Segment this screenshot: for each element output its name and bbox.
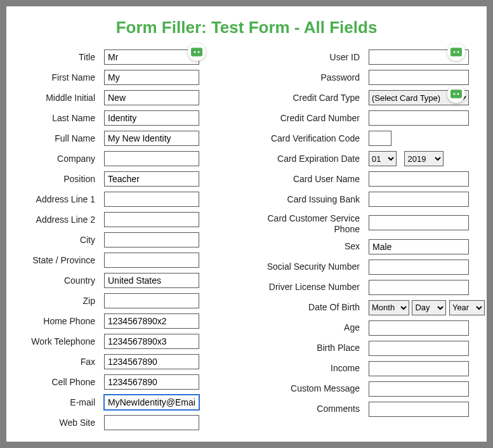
website-label: Web Site (24, 418, 104, 428)
roboform-badge-icon[interactable] (447, 43, 465, 61)
card-exp-label: Card Expiration Date (262, 154, 369, 164)
ssn-label: Social Security Number (262, 261, 369, 272)
dob-month-select[interactable]: Month (369, 300, 409, 315)
comments-input[interactable] (369, 402, 469, 417)
custom-input[interactable] (369, 381, 469, 397)
title-label: Title (24, 52, 104, 63)
middle-initial-input[interactable] (104, 90, 199, 105)
custom-label: Custom Message (262, 383, 369, 394)
card-type-label: Credit Card Type (262, 93, 369, 103)
income-input[interactable] (369, 361, 469, 376)
svg-point-5 (457, 51, 459, 53)
birth-place-input[interactable] (369, 341, 469, 356)
card-service-label: Card Customer Service Phone (262, 211, 369, 235)
last-name-input[interactable] (104, 110, 199, 126)
work-phone-label: Work Telephone (24, 336, 104, 347)
password-label: Password (262, 72, 369, 83)
card-exp-year-select[interactable]: 2019 (404, 151, 444, 166)
roboform-badge-icon[interactable] (447, 85, 465, 103)
company-input[interactable] (104, 151, 199, 166)
middle-initial-label: Middle Initial (24, 93, 104, 103)
page-title: Form Filler: Test Form - All Fields (24, 18, 469, 37)
card-bank-input[interactable] (369, 192, 469, 207)
right-column: User ID Password Credit Card Type (Selec… (262, 49, 469, 435)
left-column: Title First Name Middle Initial Last Nam… (24, 49, 224, 435)
ssn-input[interactable] (369, 260, 469, 275)
email-input[interactable] (104, 395, 199, 410)
address2-input[interactable] (104, 212, 199, 227)
card-number-input[interactable] (369, 110, 469, 126)
svg-rect-6 (450, 89, 462, 98)
sex-input[interactable] (369, 239, 469, 254)
age-input[interactable] (369, 320, 469, 336)
svg-rect-0 (191, 48, 202, 56)
cell-phone-input[interactable] (104, 374, 199, 390)
country-label: Country (24, 275, 104, 286)
card-number-label: Credit Card Number (262, 113, 369, 124)
address1-label: Address Line 1 (24, 194, 104, 205)
card-exp-month-select[interactable]: 01 (369, 151, 397, 166)
form-page: Form Filler: Test Form - All Fields Titl… (6, 6, 487, 442)
user-id-label: User ID (262, 52, 369, 63)
zip-label: Zip (24, 296, 104, 306)
card-user-input[interactable] (369, 171, 469, 187)
income-label: Income (262, 363, 369, 374)
work-phone-input[interactable] (104, 334, 199, 349)
cell-phone-label: Cell Phone (24, 377, 104, 388)
last-name-label: Last Name (24, 113, 104, 124)
city-input[interactable] (104, 232, 199, 247)
position-input[interactable] (104, 171, 199, 187)
full-name-label: Full Name (24, 133, 104, 144)
dln-label: Driver License Number (262, 282, 369, 293)
website-input[interactable] (104, 415, 199, 430)
email-label: E-mail (24, 397, 104, 408)
state-input[interactable] (104, 253, 199, 268)
address2-label: Address Line 2 (24, 214, 104, 225)
fax-input[interactable] (104, 354, 199, 369)
company-label: Company (24, 154, 104, 164)
fax-label: Fax (24, 357, 104, 367)
card-service-input[interactable] (369, 215, 469, 230)
roboform-badge-icon[interactable] (188, 43, 206, 61)
full-name-input[interactable] (104, 131, 199, 146)
zip-input[interactable] (104, 293, 199, 308)
home-phone-input[interactable] (104, 313, 199, 329)
age-label: Age (262, 322, 369, 333)
svg-point-4 (454, 51, 456, 53)
svg-point-7 (454, 93, 456, 95)
svg-point-8 (457, 93, 459, 95)
cvv-input[interactable] (369, 131, 391, 146)
title-input[interactable] (104, 49, 199, 65)
card-bank-label: Card Issuing Bank (262, 194, 369, 205)
password-input[interactable] (369, 70, 469, 85)
birth-place-label: Birth Place (262, 343, 369, 353)
address1-input[interactable] (104, 192, 199, 207)
home-phone-label: Home Phone (24, 316, 104, 327)
country-input[interactable] (104, 273, 199, 288)
first-name-label: First Name (24, 72, 104, 83)
first-name-input[interactable] (104, 70, 199, 85)
sex-label: Sex (262, 241, 369, 252)
card-user-label: Card User Name (262, 174, 369, 185)
position-label: Position (24, 174, 104, 185)
dob-year-select[interactable]: Year (449, 300, 485, 315)
svg-rect-3 (450, 48, 462, 56)
svg-point-2 (198, 51, 200, 53)
cvv-label: Card Verification Code (262, 133, 369, 144)
city-label: City (24, 235, 104, 246)
dob-day-select[interactable]: Day (412, 300, 446, 315)
dob-label: Date Of Birth (262, 302, 369, 313)
state-label: State / Province (24, 255, 104, 266)
comments-label: Comments (262, 404, 369, 414)
dln-input[interactable] (369, 280, 469, 295)
svg-point-1 (194, 51, 196, 53)
